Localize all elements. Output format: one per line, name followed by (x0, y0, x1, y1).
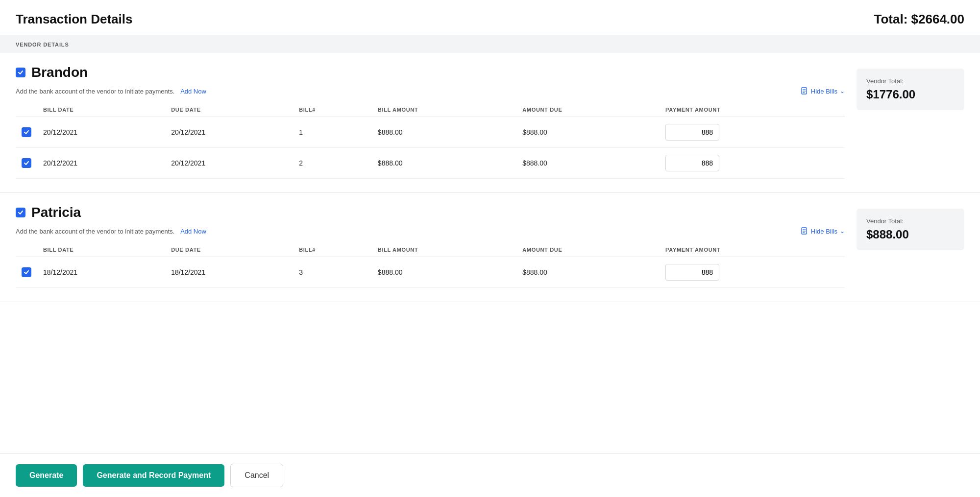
vendor-bank-notice-brandon: Add the bank account of the vendor to in… (16, 87, 845, 95)
chevron-down-icon-patricia: ⌄ (840, 228, 845, 235)
page-header: Transaction Details Total: $2664.00 (0, 0, 980, 35)
row-checkbox-cell (16, 117, 37, 148)
page-title: Transaction Details (16, 12, 132, 27)
hide-bills-btn-patricia[interactable]: Hide Bills ⌄ (801, 227, 845, 235)
col-header-1: BILL DATE (37, 103, 165, 117)
bill-date: 20/12/2021 (37, 148, 165, 179)
col-header-0 (16, 103, 37, 117)
amount-due: $888.00 (516, 117, 660, 148)
vendor-checkbox-brandon[interactable] (16, 68, 25, 77)
vendor-total-box-patricia: Vendor Total: $888.00 (857, 209, 964, 250)
col-header-1: BILL DATE (37, 243, 165, 257)
bill-date: 20/12/2021 (37, 117, 165, 148)
col-header-2: DUE DATE (165, 103, 293, 117)
vendor-name-brandon: Brandon (31, 65, 88, 80)
due-date: 20/12/2021 (165, 117, 293, 148)
bill-num: 2 (293, 148, 372, 179)
col-header-6: PAYMENT AMOUNT (660, 103, 845, 117)
bill-num: 3 (293, 257, 372, 288)
vendor-block-brandon: Brandon Add the bank account of the vend… (0, 53, 980, 193)
vendor-block-patricia: Patricia Add the bank account of the ven… (0, 193, 980, 302)
vendor-header-row-brandon: Brandon (16, 65, 845, 80)
col-header-4: BILL AMOUNT (372, 243, 516, 257)
hide-bills-btn-brandon[interactable]: Hide Bills ⌄ (801, 87, 845, 95)
table-header-row: BILL DATE DUE DATE BILL# BILL AMOUNT AMO… (16, 103, 845, 117)
cancel-button[interactable]: Cancel (230, 464, 283, 487)
col-header-3: BILL# (293, 103, 372, 117)
generate-button[interactable]: Generate (16, 464, 77, 487)
table-header-row: BILL DATE DUE DATE BILL# BILL AMOUNT AMO… (16, 243, 845, 257)
bill-num: 1 (293, 117, 372, 148)
add-now-link-brandon[interactable]: Add Now (180, 88, 206, 95)
page-total: Total: $2664.00 (874, 12, 964, 27)
vendor-total-amount-brandon: $1776.00 (866, 88, 955, 101)
section-label-bar: VENDOR DETAILS (0, 35, 980, 53)
add-now-link-patricia[interactable]: Add Now (180, 228, 206, 235)
vendor-header-row-patricia: Patricia (16, 205, 845, 220)
table-row: 18/12/2021 18/12/2021 3 $888.00 $888.00 (16, 257, 845, 288)
vendors-container: Brandon Add the bank account of the vend… (0, 53, 980, 302)
row-checkbox-0-0[interactable] (22, 127, 31, 137)
bill-icon-brandon (801, 87, 808, 95)
payment-amount-input-0-0[interactable] (665, 124, 719, 141)
col-header-4: BILL AMOUNT (372, 103, 516, 117)
due-date: 20/12/2021 (165, 148, 293, 179)
vendor-checkbox-patricia[interactable] (16, 208, 25, 217)
chevron-down-icon-brandon: ⌄ (840, 88, 845, 95)
col-header-6: PAYMENT AMOUNT (660, 243, 845, 257)
vendor-total-label-brandon: Vendor Total: (866, 77, 955, 85)
bill-date: 18/12/2021 (37, 257, 165, 288)
row-checkbox-cell (16, 257, 37, 288)
footer-bar: Generate Generate and Record Payment Can… (0, 453, 980, 497)
due-date: 18/12/2021 (165, 257, 293, 288)
amount-due: $888.00 (516, 257, 660, 288)
col-header-0 (16, 243, 37, 257)
payment-amount-cell (660, 257, 845, 288)
table-row: 20/12/2021 20/12/2021 1 $888.00 $888.00 (16, 117, 845, 148)
row-checkbox-0-1[interactable] (22, 158, 31, 168)
bill-amount: $888.00 (372, 117, 516, 148)
vendor-total-box-brandon: Vendor Total: $1776.00 (857, 69, 964, 110)
payment-amount-cell (660, 117, 845, 148)
col-header-5: AMOUNT DUE (516, 103, 660, 117)
col-header-5: AMOUNT DUE (516, 243, 660, 257)
bill-amount: $888.00 (372, 148, 516, 179)
generate-record-button[interactable]: Generate and Record Payment (83, 464, 224, 487)
section-label: VENDOR DETAILS (16, 42, 69, 47)
payment-amount-input-0-1[interactable] (665, 155, 719, 171)
payment-amount-input-1-0[interactable] (665, 264, 719, 281)
vendor-main-patricia: Patricia Add the bank account of the ven… (16, 205, 845, 288)
col-header-2: DUE DATE (165, 243, 293, 257)
amount-due: $888.00 (516, 148, 660, 179)
bill-icon-patricia (801, 227, 808, 235)
bill-amount: $888.00 (372, 257, 516, 288)
row-checkbox-1-0[interactable] (22, 267, 31, 277)
page-container: Transaction Details Total: $2664.00 VEND… (0, 0, 980, 497)
vendor-name-patricia: Patricia (31, 205, 81, 220)
row-checkbox-cell (16, 148, 37, 179)
bills-table-patricia: BILL DATE DUE DATE BILL# BILL AMOUNT AMO… (16, 243, 845, 288)
vendor-total-amount-patricia: $888.00 (866, 228, 955, 241)
vendor-bank-notice-patricia: Add the bank account of the vendor to in… (16, 227, 845, 235)
col-header-3: BILL# (293, 243, 372, 257)
bills-table-brandon: BILL DATE DUE DATE BILL# BILL AMOUNT AMO… (16, 103, 845, 179)
table-row: 20/12/2021 20/12/2021 2 $888.00 $888.00 (16, 148, 845, 179)
vendor-main-brandon: Brandon Add the bank account of the vend… (16, 65, 845, 179)
vendor-total-label-patricia: Vendor Total: (866, 217, 955, 225)
payment-amount-cell (660, 148, 845, 179)
